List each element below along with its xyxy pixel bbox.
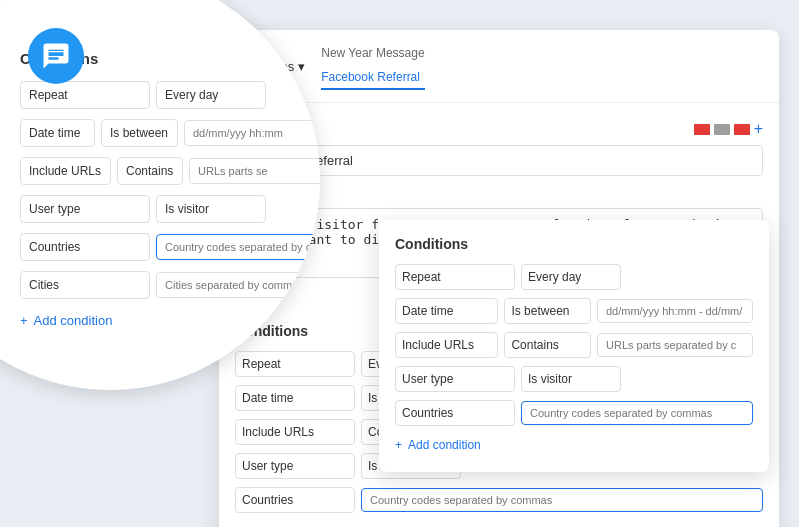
panel-urls-field-select[interactable]: Include URLs (395, 332, 498, 358)
circle-countries-field-select[interactable]: Countries (20, 233, 150, 261)
usertype-field-select[interactable]: User type (235, 453, 355, 479)
circle-countries-input[interactable] (156, 234, 320, 260)
add-language-button[interactable]: + (754, 120, 763, 138)
panel-countries-input[interactable] (521, 401, 753, 425)
add-condition-button[interactable]: + Add condition (235, 521, 321, 527)
circle-add-condition-label: Add condition (34, 313, 113, 328)
circle-row-usertype: User type Is visitor (20, 195, 320, 223)
condition-row-countries: Countries (235, 487, 763, 513)
circle-datetime-operator-select[interactable]: Is between (101, 119, 178, 147)
panel-add-condition-button[interactable]: + Add condition (395, 434, 481, 456)
nav-link-new-year[interactable]: New Year Message (321, 42, 424, 64)
circle-row-urls: Include URLs Contains (20, 157, 320, 185)
panel-add-condition-label: Add condition (408, 438, 481, 452)
countries-input[interactable] (361, 488, 763, 512)
panel-row-urls: Include URLs Contains (395, 332, 753, 358)
circle-row-countries: Countries (20, 233, 320, 261)
circle-urls-operator-select[interactable]: Contains (117, 157, 183, 185)
circle-usertype-field-select[interactable]: User type (20, 195, 150, 223)
panel-row-usertype: User type Is visitor (395, 366, 753, 392)
circle-usertype-operator-select[interactable]: Is visitor (156, 195, 266, 223)
circle-cities-field-select[interactable]: Cities (20, 271, 150, 299)
circle-content: Conditions Repeat Every day Date time Is… (20, 50, 320, 332)
panel-row-repeat: Repeat Every day (395, 264, 753, 290)
conditions-panel-title: Conditions (395, 236, 753, 252)
circle-urls-field-select[interactable]: Include URLs (20, 157, 111, 185)
repeat-field-select[interactable]: Repeat (235, 351, 355, 377)
datetime-field-select[interactable]: Date time (235, 385, 355, 411)
circle-row-cities: Cities (20, 271, 320, 299)
urls-field-select[interactable]: Include URLs (235, 419, 355, 445)
panel-repeat-operator-select[interactable]: Every day (521, 264, 621, 290)
circle-datetime-field-select[interactable]: Date time (20, 119, 95, 147)
circle-row-datetime: Date time Is between (20, 119, 320, 147)
flag-red2 (734, 124, 750, 135)
panel-urls-input[interactable] (597, 333, 753, 357)
circle-repeat-field-select[interactable]: Repeat (20, 81, 150, 109)
nav-link-facebook-referral[interactable]: Facebook Referral (321, 66, 424, 90)
circle-urls-input[interactable] (189, 158, 320, 184)
countries-field-select[interactable]: Countries (235, 487, 355, 513)
panel-add-plus-icon: + (395, 438, 402, 452)
conditions-panel: Conditions Repeat Every day Date time Is… (379, 220, 769, 472)
panel-urls-operator-select[interactable]: Contains (504, 332, 591, 358)
flag-gray (714, 124, 730, 135)
nav-links: New Year Message Facebook Referral (321, 42, 424, 90)
panel-datetime-input[interactable] (597, 299, 753, 323)
flag-red (694, 124, 710, 135)
panel-row-countries: Countries (395, 400, 753, 426)
circle-datetime-input[interactable] (184, 120, 320, 146)
panel-countries-field-select[interactable]: Countries (395, 400, 515, 426)
panel-row-datetime: Date time Is between (395, 298, 753, 324)
circle-cities-input[interactable] (156, 272, 320, 298)
panel-datetime-operator-select[interactable]: Is between (504, 298, 591, 324)
circle-add-plus-icon: + (20, 313, 28, 328)
flag-icons: + (694, 120, 763, 138)
panel-usertype-operator-select[interactable]: Is visitor (521, 366, 621, 392)
chat-bubble-icon (28, 28, 84, 84)
circle-add-condition-button[interactable]: + Add condition (20, 309, 112, 332)
panel-usertype-field-select[interactable]: User type (395, 366, 515, 392)
panel-repeat-field-select[interactable]: Repeat (395, 264, 515, 290)
circle-row-repeat: Repeat Every day (20, 81, 320, 109)
panel-datetime-field-select[interactable]: Date time (395, 298, 498, 324)
circle-repeat-operator-select[interactable]: Every day (156, 81, 266, 109)
